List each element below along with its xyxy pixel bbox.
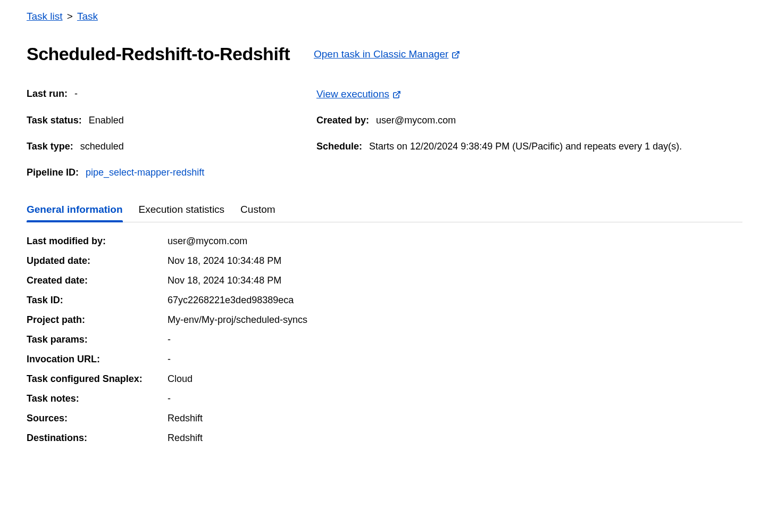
created-date-value: Nov 18, 2024 10:34:48 PM [168, 275, 742, 286]
page-title: Scheduled-Redshift-to-Redshift [27, 44, 290, 64]
sources-label: Sources: [27, 413, 168, 424]
tab-general-information[interactable]: General information [27, 200, 123, 222]
view-executions-link[interactable]: View executions [316, 88, 401, 100]
task-id-label: Task ID: [27, 295, 168, 306]
created-by-label: Created by: [316, 115, 369, 126]
empty-cell [316, 167, 742, 178]
last-run-label: Last run: [27, 88, 68, 99]
external-link-icon [392, 90, 401, 98]
pipeline-id-value[interactable]: pipe_select-mapper-redshift [86, 167, 204, 178]
last-run: Last run: - [27, 88, 316, 100]
detail-list: Last modified by: user@mycom.com Updated… [27, 236, 742, 444]
invocation-url-label: Invocation URL: [27, 354, 168, 365]
task-status-label: Task status: [27, 115, 82, 126]
project-path-value: My-env/My-proj/scheduled-syncs [168, 314, 742, 326]
task-type: Task type: scheduled [27, 141, 316, 152]
tab-execution-statistics[interactable]: Execution statistics [139, 200, 225, 222]
breadcrumb-task-list[interactable]: Task list [27, 11, 63, 22]
last-run-value: - [74, 88, 78, 99]
external-link-icon [452, 50, 460, 59]
summary-grid: Last run: - View executions Task status:… [27, 88, 742, 178]
sources-value: Redshift [168, 413, 742, 424]
updated-date-value: Nov 18, 2024 10:34:48 PM [168, 255, 742, 267]
view-executions-wrap: View executions [316, 88, 742, 100]
task-id-value: 67yc2268221e3ded98389eca [168, 295, 742, 306]
updated-date-label: Updated date: [27, 255, 168, 267]
task-params-label: Task params: [27, 334, 168, 345]
task-notes-label: Task notes: [27, 393, 168, 404]
destinations-value: Redshift [168, 433, 742, 444]
task-notes-value: - [168, 393, 742, 404]
breadcrumb-separator: > [67, 11, 73, 22]
pipeline-id: Pipeline ID: pipe_select-mapper-redshift [27, 167, 316, 178]
created-by-value: user@mycom.com [376, 115, 456, 126]
created-by: Created by: user@mycom.com [316, 115, 742, 126]
svg-line-0 [455, 52, 459, 55]
tabs: General information Execution statistics… [27, 200, 742, 222]
title-row: Scheduled-Redshift-to-Redshift Open task… [27, 44, 742, 64]
invocation-url-value: - [168, 354, 742, 365]
breadcrumb-task[interactable]: Task [77, 11, 98, 22]
schedule-value: Starts on 12/20/2024 9:38:49 PM (US/Paci… [369, 141, 682, 152]
svg-line-1 [396, 92, 400, 95]
snaplex-value: Cloud [168, 373, 742, 385]
last-modified-by-value: user@mycom.com [168, 236, 742, 247]
schedule: Schedule: Starts on 12/20/2024 9:38:49 P… [316, 141, 742, 152]
task-params-value: - [168, 334, 742, 345]
task-status-value: Enabled [89, 115, 124, 126]
created-date-label: Created date: [27, 275, 168, 286]
destinations-label: Destinations: [27, 433, 168, 444]
pipeline-id-label: Pipeline ID: [27, 167, 79, 178]
schedule-label: Schedule: [316, 141, 362, 152]
tab-custom[interactable]: Custom [240, 200, 275, 222]
breadcrumb: Task list > Task [27, 11, 742, 22]
view-executions-label: View executions [316, 88, 389, 100]
project-path-label: Project path: [27, 314, 168, 326]
open-classic-link[interactable]: Open task in Classic Manager [314, 48, 460, 60]
last-modified-by-label: Last modified by: [27, 236, 168, 247]
task-type-label: Task type: [27, 141, 73, 152]
task-type-value: scheduled [80, 141, 124, 152]
task-status: Task status: Enabled [27, 115, 316, 126]
snaplex-label: Task configured Snaplex: [27, 373, 168, 385]
open-classic-label: Open task in Classic Manager [314, 48, 448, 60]
